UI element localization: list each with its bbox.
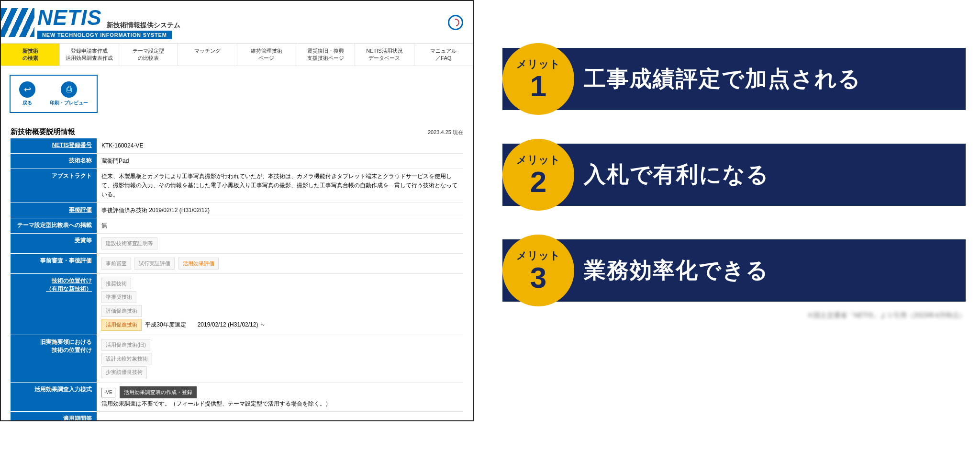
row-name-value: 蔵衛門Pad	[97, 153, 463, 169]
back-button[interactable]: ↩ 戻る	[19, 81, 35, 106]
print-icon: ⎙	[61, 81, 77, 98]
merit-block: メリット 3 業務効率化できる	[502, 239, 966, 302]
row-regnum-value: KTK-160024-VE	[97, 138, 463, 154]
old-pill[interactable]: 少実績優良技術	[101, 366, 147, 378]
section-title: 新技術概要説明情報	[11, 127, 75, 136]
nav-item[interactable]: 震災復旧・復興支援技術ページ	[296, 44, 355, 66]
row-period-value	[97, 412, 463, 421]
row-award-label: 受賞等	[11, 234, 97, 254]
nav-item[interactable]: マッチング	[178, 44, 237, 66]
netis-app-window: NETIS 新技術情報提供システム NEW TECHNOLOGY INFORMA…	[0, 0, 474, 421]
row-posteval-value: 事後評価済み技術 2019/02/12 (H31/02/12)	[97, 203, 463, 218]
logo-sub: NEW TECHNOLOGY INFORMATION SYSTEM	[37, 31, 172, 39]
preeval-pill-accent[interactable]: 活用効果評価	[178, 258, 219, 270]
merit-badge: メリット 2	[502, 139, 574, 211]
old-pill[interactable]: 設計比較対象技術	[101, 353, 152, 365]
foot-note: ※国土交通省「NETIS」より引用（2023年4月時点）	[502, 311, 966, 320]
row-old-label-1: 旧実施要領における	[40, 338, 92, 345]
nav-item[interactable]: 登録申請書作成活用効果調査表作成	[60, 44, 119, 66]
row-position-label[interactable]: 技術の位置付け （有用な新技術）	[11, 273, 97, 335]
row-theme-value: 無	[97, 218, 463, 233]
nav-item[interactable]: 維持管理技術ページ	[237, 44, 296, 66]
back-icon: ↩	[19, 81, 35, 98]
row-name-label: 技術名称	[11, 153, 97, 169]
titlebar: NETIS 新技術情報提供システム NEW TECHNOLOGY INFORMA…	[1, 1, 473, 39]
row-survey-label: 活用効果調査入力様式	[11, 383, 97, 412]
row-abstract-value: 従来、木製黒板とカメラにより工事写真撮影が行われていたが、本技術は、カメラ機能付…	[97, 169, 463, 203]
row-abstract-label: アブストラクト	[11, 169, 97, 203]
position-pill[interactable]: 推奨技術	[101, 278, 131, 290]
print-button[interactable]: ⎙ 印刷・プレビュー	[50, 81, 88, 106]
row-period-label: 適用期間等	[11, 412, 97, 421]
award-pill[interactable]: 建設技術審査証明等	[101, 237, 157, 249]
merit-badge: メリット 1	[502, 43, 574, 115]
position-pill-on[interactable]: 活用促進技術	[101, 319, 142, 331]
row-position-label-1: 技術の位置付け	[52, 277, 92, 284]
logo-jp: 新技術情報提供システム	[107, 21, 180, 30]
logo-text: NETIS	[37, 6, 102, 30]
survey-note: 活用効果調査は不要です。（フィールド提供型、テーマ設定型で活用する場合を除く。）	[101, 400, 331, 407]
main-nav: 新技術の検索登録申請書作成活用効果調査表作成テーマ設定型の比較表マッチング維持管…	[1, 43, 473, 66]
nav-item[interactable]: マニュアル／FAQ	[414, 44, 473, 66]
preeval-pill[interactable]: 試行実証評価	[134, 258, 175, 270]
row-old-label-2: 技術の位置付け	[52, 347, 92, 353]
row-position-label-2: （有用な新技術）	[46, 285, 92, 292]
row-preeval-label: 事前審査・事後評価	[11, 253, 97, 273]
row-regnum-label[interactable]: NETIS登録番号	[11, 138, 97, 154]
row-preeval-value: 事前審査 試行実証評価 活用効果評価	[97, 253, 463, 273]
print-label: 印刷・プレビュー	[50, 100, 88, 106]
back-label: 戻る	[19, 100, 35, 106]
position-pill[interactable]: 準推奨技術	[101, 291, 136, 303]
survey-create-button[interactable]: 活用効果調査表の作成・登録	[120, 386, 197, 398]
merit-badge-num: 2	[530, 167, 546, 197]
nav-item[interactable]: NETIS活用状況データベース	[355, 44, 414, 66]
old-pill[interactable]: 活用促進技術(旧)	[101, 339, 150, 351]
merits-panel: メリット 1 工事成績評定で加点される メリット 2 入札で有利になる メリット…	[502, 0, 980, 451]
row-old-value: 活用促進技術(旧) 設計比較対象技術 少実績優良技術	[97, 335, 463, 382]
merit-badge: メリット 3	[502, 235, 574, 306]
merit-block: メリット 2 入札で有利になる	[502, 144, 966, 206]
detail-table: NETIS登録番号 KTK-160024-VE 技術名称 蔵衛門Pad アブスト…	[11, 138, 463, 421]
row-award-value: 建設技術審査証明等	[97, 234, 463, 254]
preeval-pill[interactable]: 事前審査	[101, 258, 131, 270]
position-pill[interactable]: 評価促進技術	[101, 305, 142, 317]
merit-badge-num: 1	[530, 71, 546, 101]
nav-item[interactable]: テーマ設定型の比較表	[119, 44, 178, 66]
row-survey-value: -VE 活用効果調査表の作成・登録 活用効果調査は不要です。（フィールド提供型、…	[97, 383, 463, 412]
row-posteval-label[interactable]: 事後評価	[11, 203, 97, 218]
row-theme-label: テーマ設定型比較表への掲載	[11, 218, 97, 233]
merit-badge-num: 3	[530, 263, 546, 293]
position-text: 平成30年度選定 2019/02/12 (H31/02/12) ～	[145, 321, 265, 328]
row-old-label: 旧実施要領における 技術の位置付け	[11, 335, 97, 382]
row-position-value: 推奨技術 準推奨技術 評価促進技術 活用促進技術 平成30年度選定 2019/0…	[97, 273, 463, 335]
section-header: 新技術概要説明情報 2023.4.25 現在	[11, 127, 463, 136]
logo-block: NETIS 新技術情報提供システム NEW TECHNOLOGY INFORMA…	[37, 6, 180, 39]
survey-ve-badge: -VE	[101, 388, 115, 397]
section-date: 2023.4.25 現在	[428, 129, 463, 136]
globe-icon	[448, 15, 463, 30]
nav-item[interactable]: 新技術の検索	[1, 44, 60, 66]
toolbar: ↩ 戻る ⎙ 印刷・プレビュー	[10, 75, 98, 113]
merit-block: メリット 1 工事成績評定で加点される	[502, 48, 966, 110]
logo-stripes	[1, 8, 34, 37]
